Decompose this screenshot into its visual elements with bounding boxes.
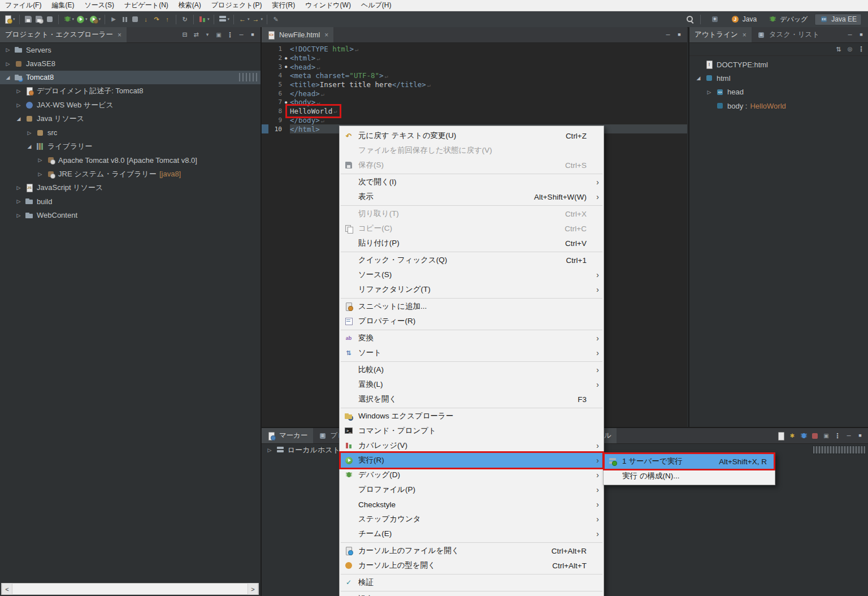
sort-outline-button[interactable]: ⇅: [834, 44, 844, 54]
min-button[interactable]: ─: [844, 431, 854, 441]
step-over-button[interactable]: ↷: [151, 14, 162, 25]
context-menu-item[interactable]: デバッグ(D)›: [340, 468, 604, 482]
debug-view-button[interactable]: [798, 431, 809, 441]
outline-item[interactable]: ▷<>head: [689, 85, 868, 99]
save-button[interactable]: [23, 14, 33, 25]
code-text[interactable]: <html>↵: [290, 54, 687, 63]
resume-button[interactable]: ▶: [108, 14, 119, 25]
context-menu-item[interactable]: カーソル上の型を開くCtrl+Alt+T: [340, 558, 604, 573]
perspective-デバッグ[interactable]: デバッグ: [763, 14, 812, 25]
tree-item[interactable]: ◢ライブラリー: [0, 140, 261, 153]
editor-line[interactable]: 2●<html>↵: [262, 54, 687, 63]
context-menu-item[interactable]: 表示Alt+Shift+W(W)›: [340, 189, 604, 204]
editor-line[interactable]: 1<!DOCTYPE html>↵: [262, 45, 687, 54]
scroll-left-arrow[interactable]: <: [2, 583, 12, 595]
menubar-item[interactable]: 実行(R): [267, 0, 301, 11]
outline-item[interactable]: ◢html: [689, 71, 868, 85]
code-text[interactable]: </head>↵: [290, 89, 687, 98]
max-button[interactable]: ■: [248, 30, 258, 40]
outline-item[interactable]: body : HelloWorld: [689, 99, 868, 113]
min-button[interactable]: ─: [845, 30, 855, 40]
pin2-button[interactable]: ▣: [821, 431, 831, 441]
context-menu-item[interactable]: 貼り付け(P)Ctrl+V: [340, 236, 604, 251]
perspective-Java[interactable]: JJava: [726, 14, 761, 25]
save-all-button[interactable]: [34, 14, 44, 25]
tree-item[interactable]: ▷JavaSE8: [0, 57, 261, 70]
min-button[interactable]: ─: [236, 30, 246, 40]
context-menu-item[interactable]: 切り取り(T)Ctrl+X: [340, 206, 604, 221]
scroll-right-arrow[interactable]: >: [248, 583, 258, 595]
new-wizard-button[interactable]: ▾: [3, 14, 16, 25]
tree-item[interactable]: ▷JSJavaScript リソース: [0, 181, 261, 195]
context-menu-item[interactable]: ✓検証: [340, 575, 604, 590]
forward-button[interactable]: →▾: [251, 14, 264, 25]
tab-task-list[interactable]: ≡ タスク・リスト: [752, 27, 824, 42]
tree-item[interactable]: ▷デプロイメント記述子: Tomcat8: [0, 84, 261, 98]
suspend-button[interactable]: [119, 14, 129, 25]
context-menu-item[interactable]: スニペットに追加...: [340, 299, 604, 314]
context-menu-item[interactable]: 選択を開くF3: [340, 392, 604, 407]
view-menu-button[interactable]: ▾: [202, 30, 212, 40]
menubar-item[interactable]: ソース(S): [79, 0, 119, 11]
bottom-tab[interactable]: マーカー: [262, 428, 313, 443]
context-menu-item[interactable]: ファイルを前回保存した状態に戻す(V): [340, 143, 604, 158]
tree-item[interactable]: ▷build: [0, 195, 261, 208]
tree-item[interactable]: ▷JRE システム・ライブラリー [java8]: [0, 167, 261, 181]
kebab-button[interactable]: ⋮: [832, 431, 843, 441]
kebab-button[interactable]: ⋮: [225, 30, 235, 40]
context-menu-item[interactable]: ⇅ソート›: [340, 345, 604, 360]
submenu-item[interactable]: 実行 の構成(N)...: [604, 469, 775, 483]
context-menu-item[interactable]: 設定(E): [340, 592, 604, 596]
collapse-all-button[interactable]: ⊟: [180, 30, 190, 40]
refresh-button[interactable]: ↻: [180, 14, 190, 25]
step-return-button[interactable]: ↑: [162, 14, 172, 25]
menubar-item[interactable]: ファイル(F): [0, 0, 46, 11]
tree-item[interactable]: ▷JAX-WS Web サービス: [0, 98, 261, 112]
context-menu-item[interactable]: チーム(E)›: [340, 526, 604, 541]
mark-occurrences-button[interactable]: ✎: [271, 14, 281, 25]
new-console-button[interactable]: [776, 431, 786, 441]
code-text[interactable]: <body>↵: [290, 98, 687, 107]
tree-item[interactable]: ▷Apache Tomcat v8.0 [Apache Tomcat v8.0]: [0, 153, 261, 167]
tab-project-explorer[interactable]: プロジェクト・エクスプローラー ×: [0, 27, 127, 42]
expand-arrow-icon[interactable]: ▷: [266, 447, 273, 453]
context-menu-item[interactable]: Windows エクスプローラー: [340, 409, 604, 424]
code-text[interactable]: <title>Insert title here</title>↵: [290, 80, 687, 89]
horizontal-scrollbar[interactable]: < >: [1, 583, 259, 595]
code-text[interactable]: HelloWorld↵: [290, 107, 687, 116]
context-menu-item[interactable]: Checkstyle›: [340, 497, 604, 512]
tree-item[interactable]: ◢Java リソース: [0, 112, 261, 126]
menubar-item[interactable]: 検索(A): [173, 0, 206, 11]
menubar-item[interactable]: ウィンドウ(W): [300, 0, 356, 11]
context-menu-item[interactable]: コピー(C)Ctrl+C: [340, 221, 604, 236]
terminate-button[interactable]: [130, 14, 140, 25]
editor-line[interactable]: 5<title>Insert title here</title>↵: [262, 80, 687, 89]
context-menu-item[interactable]: プロファイル(P)›: [340, 482, 604, 497]
kebab-button[interactable]: ⋮: [856, 44, 866, 54]
context-menu-item[interactable]: ステップカウンタ›: [340, 512, 604, 526]
max-button[interactable]: ■: [855, 431, 865, 441]
new-server-button[interactable]: ▾: [218, 14, 231, 25]
step-into-button[interactable]: ↓: [141, 14, 151, 25]
debug-button[interactable]: ▾: [62, 14, 75, 25]
context-menu-item[interactable]: プロパティー(R): [340, 314, 604, 329]
tree-item[interactable]: ▷Servers: [0, 43, 261, 57]
tab-newfile-html[interactable]: <> NewFile.html ×: [262, 27, 333, 42]
context-menu-item[interactable]: コマンド・プロンプト: [340, 424, 604, 438]
close-icon[interactable]: ×: [118, 31, 121, 39]
context-menu-item[interactable]: ↶元に戻す テキストの変更(U)Ctrl+Z: [340, 128, 604, 143]
context-menu-item[interactable]: カーソル上のファイルを開くCtrl+Alt+R: [340, 543, 604, 558]
context-menu-item[interactable]: 実行(R)›: [340, 453, 604, 468]
close-icon[interactable]: ×: [324, 31, 328, 39]
context-menu-item[interactable]: 比較(A)›: [340, 362, 604, 377]
context-menu-item[interactable]: リファクタリング(T)›: [340, 282, 604, 297]
max-button[interactable]: ■: [856, 30, 866, 40]
outline-item[interactable]: !DOCTYPE:html: [689, 58, 868, 71]
perspective-Java EE[interactable]: EEJava EE: [814, 13, 862, 25]
tree-item[interactable]: ▷src: [0, 126, 261, 139]
editor-line[interactable]: 6</head>↵: [262, 89, 687, 98]
editor-line[interactable]: 7●<body>↵: [262, 98, 687, 107]
context-menu-item[interactable]: ab変換›: [340, 331, 604, 345]
max-button[interactable]: ■: [674, 30, 684, 40]
code-text[interactable]: <meta charset="UTF-8">↵: [290, 71, 687, 80]
